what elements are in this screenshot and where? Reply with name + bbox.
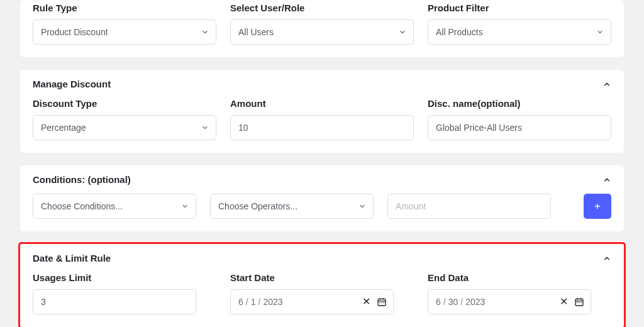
choose-conditions-value: Choose Conditions... xyxy=(41,201,123,211)
discount-type-label: Discount Type xyxy=(33,98,216,109)
collapse-toggle[interactable] xyxy=(602,175,611,184)
product-filter-select[interactable]: All Products xyxy=(428,19,611,45)
condition-amount-input[interactable]: Amount xyxy=(387,194,551,219)
disc-name-value: Global Price-All Users xyxy=(436,123,522,133)
start-day: 1 xyxy=(251,297,256,307)
usages-limit-label: Usages Limit xyxy=(33,272,216,283)
amount-label: Amount xyxy=(230,98,414,109)
calendar-icon[interactable] xyxy=(574,297,584,307)
start-month: 6 xyxy=(238,297,243,307)
amount-input[interactable]: 10 xyxy=(230,115,414,140)
rule-type-label: Rule Type xyxy=(33,3,216,13)
manage-discount-title: Manage Discount xyxy=(33,79,111,89)
start-date-input[interactable]: 6 / 1 / 2023 ✕ xyxy=(230,289,394,314)
manage-discount-panel: Manage Discount Discount Type Percentage… xyxy=(20,70,624,153)
clear-date-icon[interactable]: ✕ xyxy=(362,297,370,307)
conditions-title: Conditions: (optional) xyxy=(33,174,131,185)
date-separator: / xyxy=(460,297,463,307)
collapse-toggle[interactable] xyxy=(602,80,611,89)
user-role-value: All Users xyxy=(238,27,274,37)
calendar-icon[interactable] xyxy=(377,297,387,307)
choose-operators-select[interactable]: Choose Operators... xyxy=(210,194,374,219)
svg-rect-15 xyxy=(581,302,582,303)
clear-date-icon[interactable]: ✕ xyxy=(560,297,568,307)
end-month: 6 xyxy=(436,297,441,307)
date-separator: / xyxy=(443,297,446,307)
svg-rect-6 xyxy=(379,302,380,303)
date-separator: / xyxy=(246,297,248,307)
product-filter-value: All Products xyxy=(436,27,483,37)
end-date-input[interactable]: 6 / 30 / 2023 ✕ xyxy=(428,289,591,314)
date-limit-title: Date & Limit Rule xyxy=(33,253,111,263)
svg-rect-7 xyxy=(381,302,382,303)
end-year: 2023 xyxy=(465,297,485,307)
date-limit-panel: Date & Limit Rule Usages Limit 3 Start D… xyxy=(20,244,624,327)
discount-type-value: Percentage xyxy=(41,123,86,133)
svg-rect-8 xyxy=(384,302,384,303)
svg-rect-13 xyxy=(577,302,577,303)
add-condition-button[interactable] xyxy=(584,194,611,219)
choose-conditions-select[interactable]: Choose Conditions... xyxy=(33,194,196,219)
end-date-label: End Data xyxy=(428,272,611,283)
conditions-panel: Conditions: (optional) Choose Conditions… xyxy=(20,165,624,231)
usages-limit-value: 3 xyxy=(41,297,46,307)
svg-rect-14 xyxy=(579,302,579,303)
amount-value: 10 xyxy=(238,123,248,133)
usages-limit-input[interactable]: 3 xyxy=(33,289,196,314)
date-separator: / xyxy=(258,297,260,307)
user-role-label: Select User/Role xyxy=(230,3,414,13)
choose-operators-value: Choose Operators... xyxy=(218,201,297,211)
discount-type-select[interactable]: Percentage xyxy=(33,115,216,140)
rule-top-panel: Rule Type Product Discount Select User/R… xyxy=(20,0,624,57)
rule-type-value: Product Discount xyxy=(41,27,108,37)
end-day: 30 xyxy=(448,297,458,307)
user-role-select[interactable]: All Users xyxy=(230,19,414,45)
condition-amount-placeholder: Amount xyxy=(396,201,426,211)
rule-type-select[interactable]: Product Discount xyxy=(33,19,216,45)
product-filter-label: Product Filter xyxy=(428,3,611,13)
start-date-label: Start Date xyxy=(230,272,414,283)
start-year: 2023 xyxy=(263,297,282,307)
disc-name-label: Disc. name(optional) xyxy=(428,98,611,109)
collapse-toggle[interactable] xyxy=(602,254,611,263)
disc-name-input[interactable]: Global Price-All Users xyxy=(428,115,611,140)
